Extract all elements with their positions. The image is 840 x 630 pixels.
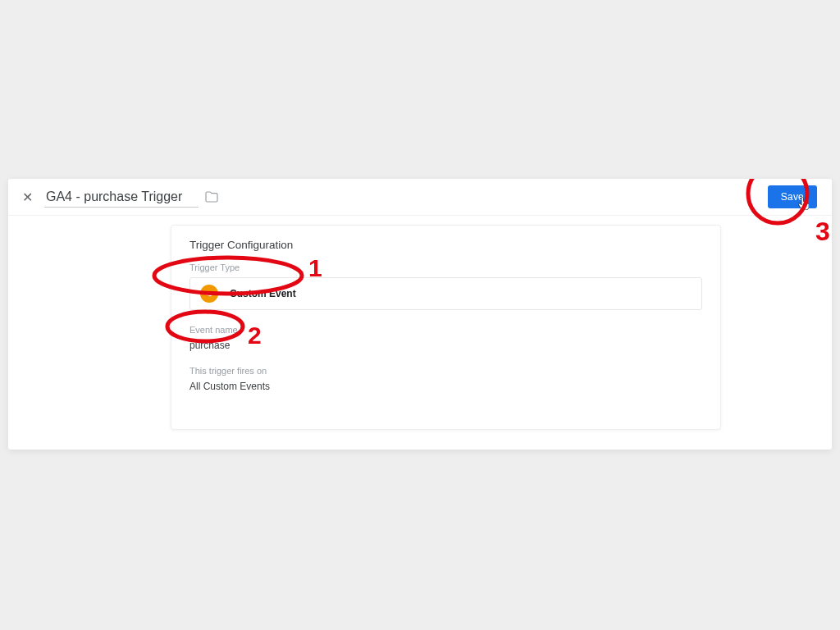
trigger-type-name: Custom Event [230, 288, 296, 299]
event-name-value: purchase [189, 340, 702, 351]
trigger-name-input[interactable] [44, 187, 199, 208]
fires-on-label: This trigger fires on [189, 366, 702, 376]
fires-on-value: All Custom Events [189, 381, 702, 392]
event-name-label: Event name [189, 325, 702, 335]
custom-event-icon: <> [200, 285, 218, 303]
trigger-type-label: Trigger Type [189, 262, 702, 272]
trigger-config-card: Trigger Configuration Trigger Type <> Cu… [171, 225, 721, 430]
card-heading: Trigger Configuration [189, 239, 702, 251]
folder-icon[interactable] [205, 191, 218, 203]
trigger-editor-panel: ✕ Save Trigger Configuration Trigger Typ… [8, 179, 832, 450]
editor-top-bar: ✕ Save [8, 179, 832, 216]
trigger-type-selector[interactable]: <> Custom Event [189, 277, 702, 310]
close-icon[interactable]: ✕ [18, 189, 36, 205]
save-button[interactable]: Save [768, 185, 817, 208]
